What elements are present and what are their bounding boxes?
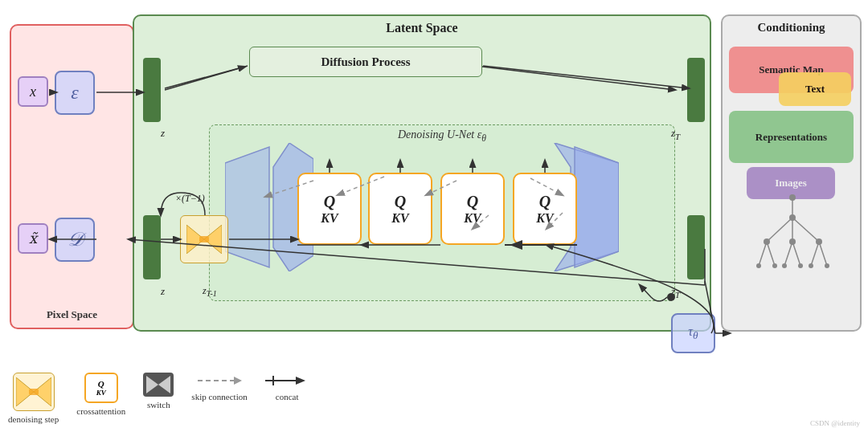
conditioning-box: Conditioning Semantic Map Text Represent… [721,14,862,332]
x-tilde-label: x̃ [29,230,37,247]
svg-point-19 [809,263,813,268]
skip-connection-icon [198,373,242,389]
svg-point-20 [825,263,829,268]
zT-label-right-top: zT [671,127,680,141]
denoising-step-icon [13,373,55,411]
legend-denoising-label: denoising step [8,414,59,424]
decoder-label: 𝒟 [67,229,83,251]
legend-concat-label: concat [276,392,299,401]
tau-theta-box: τθ [671,313,715,353]
legend-switch-label: switch [147,400,170,410]
x-variable: x [18,76,48,107]
legend-concat: concat [265,373,309,401]
svg-marker-65 [296,377,305,385]
denoising-step-diagram [180,215,228,263]
svg-rect-58 [29,389,39,395]
svg-line-3 [792,218,819,242]
svg-point-17 [782,263,787,268]
svg-point-13 [789,238,796,245]
svg-point-10 [789,194,796,201]
green-pillar-right-top [687,58,705,122]
svg-point-18 [798,263,803,268]
main-container: Pixel Space Latent Space Conditioning Se… [0,0,868,432]
svg-marker-60 [158,376,170,393]
svg-line-1 [767,218,792,242]
zT-label-right-bottom: zT [671,285,680,300]
svg-line-4 [759,242,767,266]
z-label-left-bottom: z [161,285,165,298]
svg-point-15 [756,263,761,268]
svg-point-11 [789,214,796,221]
svg-point-12 [764,238,770,245]
legend-denoising: denoising step [8,373,59,424]
encoder-box: ε [55,71,95,115]
green-pillar-left-top [143,58,161,122]
legend-skip-connection: skip connection [191,373,247,401]
pixel-space-label: Pixel Space [47,308,97,321]
diffusion-process-box: Diffusion Process [249,47,482,77]
conditioning-label: Conditioning [757,21,825,35]
pixel-space-box: Pixel Space [10,24,134,329]
qkv-legend-icon: Q KV [84,373,118,403]
zT1-label: zT-1 [203,285,217,298]
svg-line-5 [767,242,775,266]
diffusion-process-label: Diffusion Process [321,55,411,69]
z-label-left: z [161,127,165,140]
x-tilde-variable: x̃ [18,223,48,254]
decoder-box: 𝒟 [55,218,95,262]
tau-theta-label: τθ [688,324,698,342]
encoder-label: ε [71,82,78,104]
x-label: x [30,84,36,100]
qkv-block-3: Q KV [440,173,505,245]
qkv-block-4: Q KV [513,173,577,245]
unet-label: Denoising U-Net εθ [398,128,486,144]
watermark: CSDN @identity [810,419,860,427]
legend-skip-label: skip connection [191,392,247,401]
green-pillar-right-bottom [687,215,705,279]
svg-line-9 [819,242,827,266]
svg-marker-59 [146,376,158,393]
svg-marker-24 [575,147,619,267]
cond-representations: Representations [729,111,854,163]
svg-marker-62 [234,377,242,385]
switch-icon [143,373,174,397]
times-label: ×(T−1) [175,193,205,205]
concat-icon [265,373,309,389]
svg-rect-27 [199,236,209,242]
qkv-block-2: Q KV [368,173,432,245]
cond-text: Text [779,72,851,106]
qkv-block-1: Q KV [297,173,362,245]
svg-line-6 [784,242,792,266]
legend: denoising step Q KV crossattention switc… [8,373,309,424]
latent-space-label: Latent Space [386,21,457,35]
green-pillar-left-bottom [143,215,161,279]
svg-point-14 [816,238,822,245]
svg-line-7 [792,242,800,266]
svg-point-16 [772,263,777,268]
legend-cross-attention: Q KV crossattention [76,373,125,416]
svg-marker-22 [225,147,269,267]
svg-line-8 [811,242,819,266]
legend-switch: switch [143,373,174,410]
legend-cross-attention-label: crossattention [76,406,125,416]
